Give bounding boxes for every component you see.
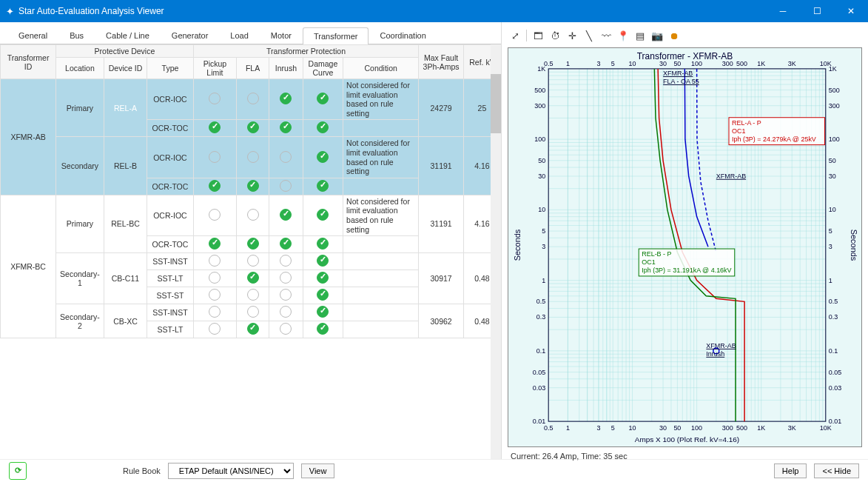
svg-text:0.3: 0.3 xyxy=(536,313,545,321)
col-transformer-id[interactable]: Transformer ID xyxy=(1,45,56,79)
svg-text:0.03: 0.03 xyxy=(533,384,545,392)
svg-text:100: 100 xyxy=(829,135,840,143)
zoom-extents-icon[interactable]: ⤢ xyxy=(508,28,522,43)
svg-text:10K: 10K xyxy=(820,424,832,432)
cell-condition xyxy=(343,236,419,253)
options-icon[interactable]: 🗔 xyxy=(531,28,545,43)
scrollbar-thumb[interactable] xyxy=(491,74,501,133)
svg-text:100: 100 xyxy=(534,135,545,143)
check-icon xyxy=(280,306,292,318)
colgrp-protection: Transformer Protection xyxy=(193,45,419,58)
cell-flag xyxy=(193,236,236,253)
check-icon xyxy=(247,255,259,267)
tab-general[interactable]: General xyxy=(7,27,58,44)
pin-icon[interactable]: 📍 xyxy=(616,28,630,43)
cell-flag xyxy=(269,195,303,235)
cell-condition xyxy=(343,178,419,195)
check-icon xyxy=(317,289,329,301)
chart-icon[interactable]: ▤ xyxy=(633,28,647,43)
cell-condition xyxy=(343,253,419,270)
hide-button[interactable]: << Hide xyxy=(814,463,859,478)
svg-text:Iph (3P) = 31.191kA @ 4.16kV: Iph (3P) = 31.191kA @ 4.16kV xyxy=(642,267,731,274)
close-button[interactable]: ✕ xyxy=(834,0,868,22)
cell-condition: Not considered for limit evaluation base… xyxy=(343,137,419,178)
col-fla[interactable]: FLA xyxy=(237,58,269,79)
check-icon xyxy=(247,209,259,221)
check-icon xyxy=(317,93,329,104)
svg-text:1: 1 xyxy=(542,277,545,284)
record-icon[interactable]: ⏺ xyxy=(667,28,682,43)
svg-text:1K: 1K xyxy=(537,65,545,73)
col-type[interactable]: Type xyxy=(147,58,194,79)
col-max-fault[interactable]: Max Fault 3Ph-Amps xyxy=(419,45,464,79)
svg-text:500: 500 xyxy=(829,87,840,94)
col-pickup[interactable]: Pickup Limit xyxy=(193,58,236,79)
help-button[interactable]: Help xyxy=(774,463,807,478)
check-icon xyxy=(317,151,329,163)
check-icon xyxy=(317,255,329,267)
chart-svg: 0.50.51133551010303050501001003003005005… xyxy=(508,48,861,446)
table-row[interactable]: SecondaryREL-BOCR-IOCNot considered for … xyxy=(1,137,501,178)
ruler-icon[interactable]: ╲ xyxy=(582,28,596,43)
rule-book-select[interactable]: ETAP Default (ANSI/NEC) xyxy=(168,463,294,479)
maximize-button[interactable]: ☐ xyxy=(800,0,834,22)
cell-flag xyxy=(303,253,343,270)
cell-flag xyxy=(237,195,269,235)
col-device-id[interactable]: Device ID xyxy=(104,58,147,79)
check-icon xyxy=(280,323,292,335)
svg-text:5: 5 xyxy=(829,227,832,235)
svg-text:Amps  X  100 (Plot Ref. kV=4.1: Amps X 100 (Plot Ref. kV=4.16) xyxy=(635,435,739,443)
curve-tool-icon[interactable]: 〰 xyxy=(599,28,613,43)
app-icon: ✦ xyxy=(6,6,14,17)
table-row[interactable]: Secondary-2CB-XCSST-INST309620.48 xyxy=(1,304,501,321)
check-icon xyxy=(209,151,221,163)
refresh-button[interactable]: ⟳ xyxy=(9,462,27,480)
cell-flag xyxy=(237,120,269,137)
svg-text:1K: 1K xyxy=(829,65,837,73)
cell-location: Primary xyxy=(56,79,104,137)
cell-flag xyxy=(303,287,343,304)
svg-text:0.01: 0.01 xyxy=(829,418,841,425)
camera-icon[interactable]: 📷 xyxy=(650,28,665,43)
tab-generator[interactable]: Generator xyxy=(161,27,220,44)
transformer-grid[interactable]: Transformer ID Protective Device Transfo… xyxy=(0,44,501,338)
cell-flag xyxy=(269,304,303,321)
check-icon xyxy=(247,93,259,104)
check-icon xyxy=(209,238,221,250)
tcc-chart[interactable]: Transformer - XFMR-AB 0.50.5113355101030… xyxy=(508,47,862,447)
tab-transformer[interactable]: Transformer xyxy=(303,27,369,44)
tab-coordination[interactable]: Coordination xyxy=(369,27,437,44)
table-row[interactable]: XFMR-BCPrimaryREL-BCOCR-IOCNot considere… xyxy=(1,195,501,235)
svg-text:300: 300 xyxy=(534,102,545,110)
clock-icon[interactable]: ⏱ xyxy=(548,28,562,43)
cell-max-fault: 24279 xyxy=(419,79,464,137)
cell-type: SST-INST xyxy=(147,253,194,270)
tab-motor[interactable]: Motor xyxy=(260,27,303,44)
check-icon xyxy=(280,255,292,267)
check-icon xyxy=(247,180,259,192)
tab-bus[interactable]: Bus xyxy=(58,27,95,44)
table-row[interactable]: Secondary-1CB-C11SST-INST309170.48 xyxy=(1,253,501,270)
col-location[interactable]: Location xyxy=(56,58,104,79)
cell-flag xyxy=(193,120,236,137)
view-button[interactable]: View xyxy=(301,463,335,478)
svg-text:0.5: 0.5 xyxy=(544,424,553,432)
crosshair-icon[interactable]: ✛ xyxy=(565,28,579,43)
cell-location: Primary xyxy=(56,195,104,252)
check-icon xyxy=(317,272,329,284)
col-condition[interactable]: Condition xyxy=(343,58,419,79)
cell-type: SST-LT xyxy=(147,321,194,338)
svg-text:10: 10 xyxy=(538,206,545,213)
table-row[interactable]: XFMR-ABPrimaryREL-AOCR-IOCNot considered… xyxy=(1,79,501,120)
tab-load[interactable]: Load xyxy=(219,27,259,44)
col-damage[interactable]: Damage Curve xyxy=(303,58,343,79)
cell-flag xyxy=(303,304,343,321)
cell-flag xyxy=(303,270,343,287)
minimize-button[interactable]: ─ xyxy=(766,0,800,22)
tab-cable-line[interactable]: Cable / Line xyxy=(95,27,161,44)
cell-flag xyxy=(193,287,236,304)
footer-bar: ⟳ Rule Book ETAP Default (ANSI/NEC) View… xyxy=(0,459,868,481)
col-inrush[interactable]: Inrush xyxy=(269,58,303,79)
svg-text:0.05: 0.05 xyxy=(829,369,841,376)
check-icon xyxy=(280,272,292,284)
